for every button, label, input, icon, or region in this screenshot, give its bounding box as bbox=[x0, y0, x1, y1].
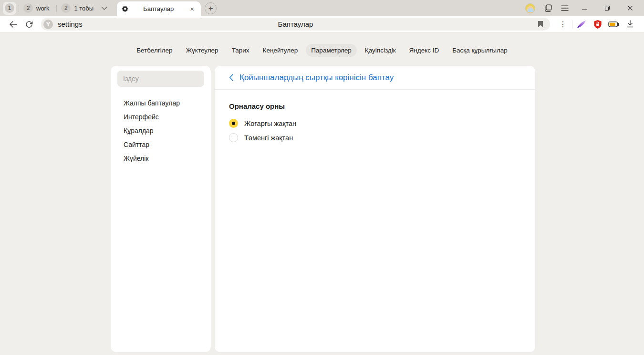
window-minimize-button[interactable] bbox=[577, 5, 592, 11]
download-icon[interactable] bbox=[622, 18, 638, 31]
tab-groups-chevron-down-icon[interactable] bbox=[101, 6, 107, 10]
sidebar-list: Жалпы баптаулар Интерфейс Құралдар Сайтт… bbox=[111, 96, 211, 166]
protect-shield-icon[interactable] bbox=[590, 18, 606, 31]
subpage-header-back[interactable]: Қойыншалардың сыртқы көрінісін баптау bbox=[215, 66, 535, 90]
browser-tab-bar: 1 2 work 2 1 тобы Баптаулар × + bbox=[0, 0, 644, 16]
search-input[interactable] bbox=[123, 75, 198, 83]
bookmark-icon[interactable] bbox=[534, 19, 547, 29]
sidebar-item-tools[interactable]: Құралдар bbox=[111, 124, 211, 138]
settings-nav-tabs: Бетбелгілер Жүктеулер Тарих Кеңейтулер П… bbox=[0, 32, 644, 57]
window-restore-button[interactable] bbox=[600, 5, 614, 11]
tab-downloads[interactable]: Жүктеулер bbox=[181, 44, 224, 57]
tab-group-count-badge: 2 bbox=[61, 3, 71, 13]
subpage-body: Орналасу орны Жоғарғы жақтан Төменгі жақ… bbox=[215, 90, 535, 160]
site-logo-letter: Y bbox=[46, 21, 51, 28]
address-page-title: Баптаулар bbox=[41, 20, 550, 28]
tab-group-count-badge: 1 bbox=[5, 3, 14, 13]
tabbar-right-controls bbox=[525, 3, 644, 13]
radio-selected-icon[interactable] bbox=[229, 119, 238, 128]
tab-other-devices[interactable]: Басқа құрылғылар bbox=[447, 44, 513, 57]
battery-saver-icon[interactable] bbox=[606, 18, 622, 31]
tab-group-work[interactable]: 2 work bbox=[21, 2, 54, 15]
tab-title: Баптаулар bbox=[129, 5, 188, 12]
neuro-quill-icon[interactable] bbox=[573, 18, 590, 31]
tab-bookmarks[interactable]: Бетбелгілер bbox=[131, 44, 177, 57]
tab-group-1[interactable]: 1 bbox=[3, 2, 16, 15]
tab-group-label: 1 тобы bbox=[74, 5, 93, 12]
tab-settings[interactable]: Параметрлер bbox=[306, 44, 357, 57]
address-bar-actions: ⋮ bbox=[555, 18, 638, 31]
sidebar-item-system[interactable]: Жүйелік bbox=[111, 152, 211, 166]
tab-security[interactable]: Қауіпсіздік bbox=[360, 44, 401, 57]
radio-unselected-icon[interactable] bbox=[229, 133, 238, 142]
new-tab-button[interactable]: + bbox=[205, 2, 217, 14]
group-divider bbox=[19, 5, 19, 12]
back-arrow-icon[interactable] bbox=[5, 21, 21, 28]
address-bar: Y settings Баптаулар ⋮ bbox=[0, 16, 644, 32]
settings-sidebar: Жалпы баптаулар Интерфейс Құралдар Сайтт… bbox=[111, 66, 211, 352]
kebab-menu-icon[interactable]: ⋮ bbox=[555, 18, 571, 31]
radio-label: Жоғарғы жақтан bbox=[244, 120, 296, 127]
reload-icon[interactable] bbox=[21, 21, 37, 28]
tab-group-count-badge: 2 bbox=[23, 3, 33, 13]
gear-icon bbox=[122, 5, 129, 12]
tab-group-toby[interactable]: 2 1 тобы bbox=[59, 2, 98, 15]
hamburger-menu-icon[interactable] bbox=[561, 5, 569, 11]
sidebar-search[interactable] bbox=[117, 71, 204, 87]
tab-panels-icon[interactable] bbox=[544, 4, 552, 12]
settings-page: Бетбелгілер Жүктеулер Тарих Кеңейтулер П… bbox=[0, 32, 644, 355]
subpage-title: Қойыншалардың сыртқы көрінісін баптау bbox=[239, 73, 394, 83]
address-url-text: settings bbox=[58, 20, 83, 28]
tab-yandex-id[interactable]: Яндекс ID bbox=[404, 44, 445, 57]
group-divider bbox=[56, 5, 57, 12]
tab-groups: 1 2 work 2 1 тобы bbox=[0, 0, 110, 16]
sidebar-item-general[interactable]: Жалпы баптаулар bbox=[111, 96, 211, 110]
profile-avatar[interactable] bbox=[525, 3, 535, 13]
settings-main-panel: Қойыншалардың сыртқы көрінісін баптау Ор… bbox=[215, 66, 535, 352]
radio-option-top[interactable]: Жоғарғы жақтан bbox=[229, 119, 521, 128]
chevron-left-icon bbox=[229, 74, 233, 81]
radio-option-bottom[interactable]: Төменгі жақтан bbox=[229, 133, 521, 142]
divider bbox=[572, 20, 572, 29]
tab-history[interactable]: Тарих bbox=[227, 44, 255, 57]
tab-extensions[interactable]: Кеңейтулер bbox=[258, 44, 303, 57]
tab-close-icon[interactable]: × bbox=[188, 4, 196, 13]
yandex-site-icon: Y bbox=[43, 20, 53, 29]
address-input[interactable]: Y settings Баптаулар bbox=[41, 18, 550, 31]
sidebar-item-sites[interactable]: Сайттар bbox=[111, 138, 211, 152]
tab-group-label: work bbox=[36, 5, 49, 12]
window-close-button[interactable] bbox=[623, 5, 637, 11]
radio-label: Төменгі жақтан bbox=[244, 134, 293, 142]
sidebar-item-interface[interactable]: Интерфейс bbox=[111, 110, 211, 124]
section-title: Орналасу орны bbox=[229, 102, 521, 110]
active-tab-settings[interactable]: Баптаулар × bbox=[117, 1, 201, 16]
